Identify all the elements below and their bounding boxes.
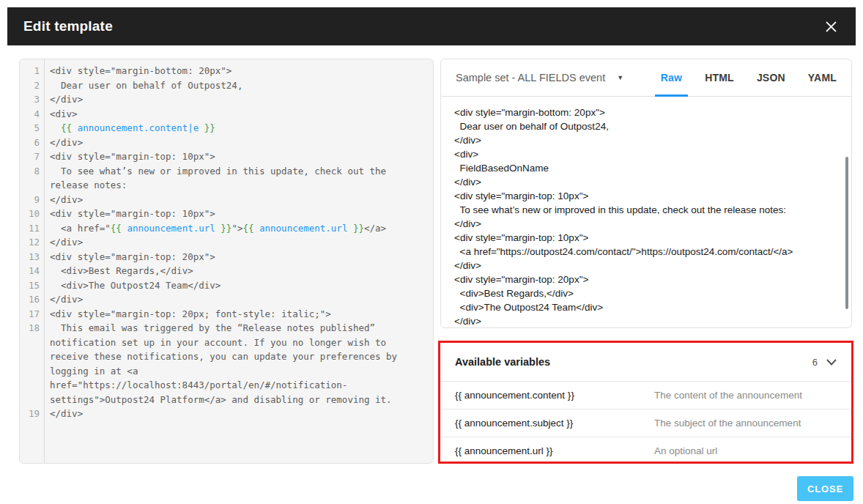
variable-name: {{ announcement.url }} — [440, 445, 654, 456]
code-line-text: </div> — [44, 136, 433, 150]
preview-card: Sample set - ALL FIELDS event ▼ Raw HTML… — [440, 59, 852, 328]
modal-header: Edit template — [7, 7, 856, 45]
code-line[interactable]: 4<div> — [20, 107, 433, 122]
available-variables-title: Available variables — [455, 356, 550, 368]
code-line[interactable]: 1<div style="margin-bottom: 20px"> — [20, 64, 433, 78]
available-variables-header: Available variables 6 — [440, 343, 851, 381]
line-number: 15 — [20, 278, 44, 293]
code-line-text: </div> — [44, 193, 433, 207]
code-line-text: Dear user on behalf of Outpost24, — [44, 78, 433, 93]
code-line-text: <div style="margin-top: 10px"> — [44, 149, 433, 164]
code-line-text: <div style="margin-top: 10px"> — [44, 207, 433, 221]
code-line[interactable]: 17<div style="margin-top: 20px; font-sty… — [20, 307, 433, 322]
code-line-text: <div style="margin-top: 20px"> — [44, 250, 433, 264]
code-line[interactable]: 14 <div>Best Regards,</div> — [20, 264, 433, 278]
sample-set-label: Sample set - ALL FIELDS event — [456, 72, 605, 84]
variable-name: {{ announcement.content }} — [440, 390, 654, 401]
code-line-text: {{ announcement.content|e }} — [44, 121, 433, 136]
tab-raw[interactable]: Raw — [661, 59, 682, 97]
code-line-text: <div>Best Regards,</div> — [44, 264, 433, 278]
close-icon-glyph — [825, 21, 837, 33]
code-line[interactable]: 13<div style="margin-top: 20px"> — [20, 250, 433, 264]
variables-count: 6 — [812, 357, 818, 368]
code-line-text: To see what’s new or improved in this up… — [44, 164, 433, 193]
variable-description: The content of the announcement — [654, 390, 802, 401]
code-line-text: <div style="margin-top: 20px; font-style… — [44, 307, 433, 322]
line-number: 3 — [20, 92, 44, 107]
tab-yaml[interactable]: YAML — [808, 59, 837, 97]
caret-down-icon: ▼ — [617, 74, 623, 81]
code-line[interactable]: 6</div> — [20, 136, 433, 150]
code-line-text: </div> — [44, 92, 433, 107]
preview-scrollbar[interactable] — [845, 157, 848, 309]
preview-raw-output: <div style="margin-bottom: 20px"> Dear u… — [441, 97, 851, 328]
variable-row: {{ announcement.url }}An optional url — [440, 437, 851, 464]
preview-header: Sample set - ALL FIELDS event ▼ Raw HTML… — [441, 59, 851, 97]
variable-row: {{ announcement.subject }}The subject of… — [440, 409, 851, 437]
variable-name: {{ announcement.subject }} — [440, 418, 654, 429]
code-line[interactable]: 16</div> — [20, 292, 433, 307]
variable-description: The subject of the announcement — [654, 418, 801, 429]
code-line[interactable]: 10<div style="margin-top: 10px"> — [20, 207, 433, 221]
code-line-text: <div style="margin-bottom: 20px"> — [44, 64, 433, 78]
code-line[interactable]: 11 <a href="{{ announcement.url }}">{{ a… — [20, 221, 433, 236]
line-number: 6 — [20, 136, 44, 150]
close-button[interactable]: CLOSE — [797, 476, 853, 501]
code-line-text: <a href="{{ announcement.url }}">{{ anno… — [44, 221, 433, 236]
code-line[interactable]: 5 {{ announcement.content|e }} — [20, 121, 433, 136]
line-number: 19 — [20, 407, 44, 421]
code-line[interactable]: 3</div> — [20, 92, 433, 107]
line-number: 12 — [20, 235, 44, 250]
template-code-editor[interactable]: 1<div style="margin-bottom: 20px">2 Dear… — [19, 59, 434, 464]
line-number: 4 — [20, 107, 44, 122]
code-lines: 1<div style="margin-bottom: 20px">2 Dear… — [20, 59, 433, 421]
modal-title: Edit template — [23, 18, 113, 34]
code-line[interactable]: 8 To see what’s new or improved in this … — [20, 164, 433, 193]
variables-list: {{ announcement.content }}The content of… — [440, 381, 851, 464]
line-number: 18 — [20, 321, 44, 407]
code-line[interactable]: 9</div> — [20, 193, 433, 207]
line-number: 9 — [20, 193, 44, 207]
code-line[interactable]: 19</div> — [20, 407, 433, 421]
line-number: 16 — [20, 292, 44, 307]
code-line-text: </div> — [44, 292, 433, 307]
sample-set-select[interactable]: Sample set - ALL FIELDS event ▼ — [456, 72, 623, 84]
line-number: 10 — [20, 207, 44, 221]
line-number: 2 — [20, 78, 44, 93]
chevron-down-icon[interactable] — [826, 359, 837, 366]
code-line-text: </div> — [44, 235, 433, 250]
preview-tabs: Raw HTML JSON YAML — [661, 59, 837, 97]
code-line[interactable]: 7<div style="margin-top: 10px"> — [20, 149, 433, 164]
variables-meta: 6 — [812, 357, 837, 368]
code-line[interactable]: 12</div> — [20, 235, 433, 250]
line-number: 5 — [20, 121, 44, 136]
code-line-text: This email was triggered by the “Release… — [44, 321, 433, 407]
code-line[interactable]: 15 <div>The Outpost24 Team</div> — [20, 278, 433, 293]
line-number: 1 — [20, 64, 44, 78]
tab-html[interactable]: HTML — [705, 59, 734, 97]
code-line-text: </div> — [44, 407, 433, 421]
variable-description: An optional url — [654, 445, 717, 456]
line-number: 14 — [20, 264, 44, 278]
tab-json[interactable]: JSON — [757, 59, 785, 97]
line-number: 8 — [20, 164, 44, 193]
line-number: 7 — [20, 149, 44, 164]
available-variables-panel: Available variables 6 {{ announcement.co… — [438, 341, 853, 464]
close-icon[interactable] — [822, 18, 840, 35]
code-line[interactable]: 2 Dear user on behalf of Outpost24, — [20, 78, 433, 93]
variable-row: {{ announcement.content }}The content of… — [440, 381, 851, 409]
line-number: 11 — [20, 221, 44, 236]
code-line-text: <div> — [44, 107, 433, 122]
code-line-text: <div>The Outpost24 Team</div> — [44, 278, 433, 293]
code-line[interactable]: 18 This email was triggered by the “Rele… — [20, 321, 433, 407]
line-number: 13 — [20, 250, 44, 264]
line-number: 17 — [20, 307, 44, 322]
